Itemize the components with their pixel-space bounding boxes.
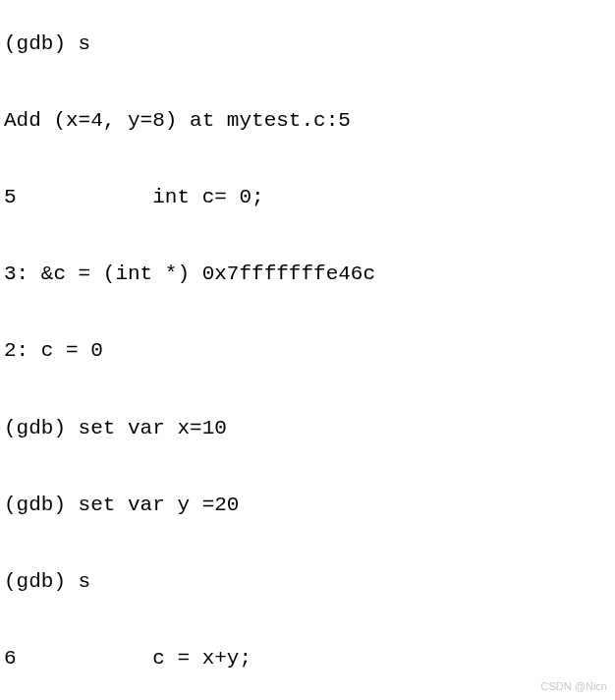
terminal-line: 3: &c = (int *) 0x7fffffffe46c xyxy=(4,262,611,287)
terminal-line: (gdb) set var y =20 xyxy=(4,493,611,518)
terminal-line: 6 c = x+y; xyxy=(4,646,611,671)
terminal-line: (gdb) s xyxy=(4,31,611,57)
terminal-line: (gdb) set var x=10 xyxy=(4,416,611,441)
terminal-line: 2: c = 0 xyxy=(4,338,611,364)
terminal-line: 5 int c= 0; xyxy=(4,185,611,210)
watermark-text: CSDN @Nicn xyxy=(541,680,607,694)
gdb-terminal-output: (gdb) s Add (x=4, y=8) at mytest.c:5 5 i… xyxy=(4,2,611,700)
terminal-line: (gdb) s xyxy=(4,569,611,595)
terminal-line: Add (x=4, y=8) at mytest.c:5 xyxy=(4,108,611,134)
